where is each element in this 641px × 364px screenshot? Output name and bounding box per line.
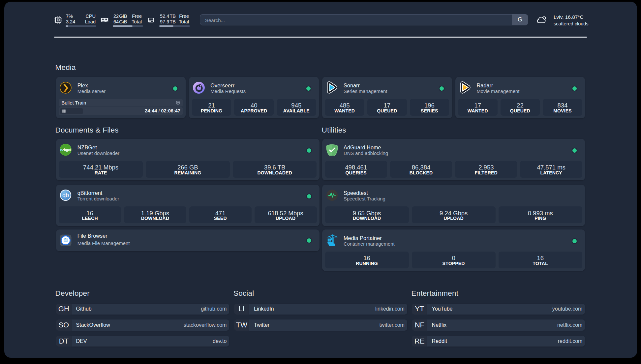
svg-text:nzbget: nzbget	[60, 148, 71, 152]
svg-text:qb: qb	[62, 192, 69, 198]
